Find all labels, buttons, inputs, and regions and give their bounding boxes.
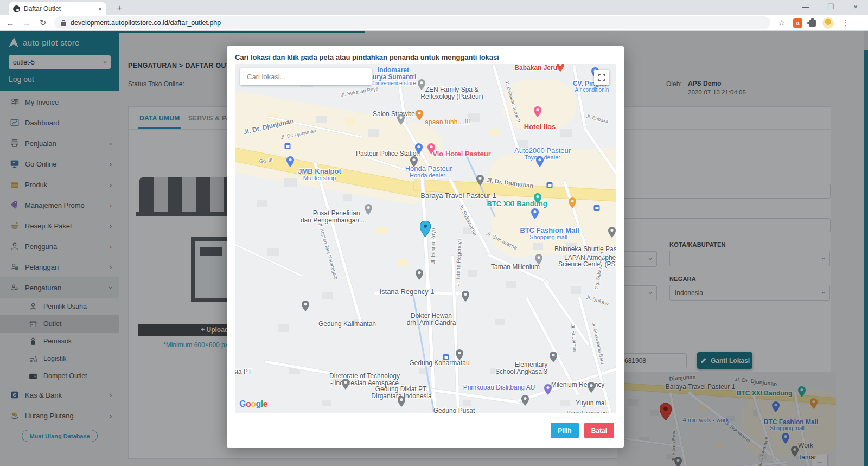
extension-orange-icon[interactable]: a (793, 18, 802, 28)
map-marker (415, 143, 423, 154)
map-building (490, 129, 500, 136)
map-marker (418, 79, 425, 90)
map-label: Dokter Hewan (411, 312, 452, 320)
map-marker (410, 156, 418, 167)
map-label: Yuyun mal (576, 399, 606, 407)
map-building (571, 286, 581, 294)
map-building (368, 129, 379, 137)
transit-station-icon (443, 354, 449, 360)
map-marker (365, 204, 372, 215)
forward-icon[interactable]: → (22, 18, 31, 28)
tab-close-icon[interactable]: × (98, 5, 102, 13)
map-building (322, 400, 331, 406)
location-picker-map[interactable]: Google Report a map error IndomaretSurya… (235, 64, 616, 413)
map-label: Muffler shop (303, 175, 336, 181)
pilih-button[interactable]: Pilih (551, 423, 578, 438)
map-label: Gedung Koharmatau (409, 359, 469, 367)
map-building (495, 319, 505, 325)
transit-station-icon (594, 205, 600, 211)
browser-tab[interactable]: Daftar Outlet × (9, 2, 106, 15)
map-marker (531, 208, 539, 219)
map-building (322, 292, 333, 299)
map-building (533, 243, 543, 250)
map-label: Honda dealer (410, 172, 445, 178)
map-marker (456, 349, 463, 360)
map-building (284, 178, 297, 187)
map-label: Vio Hotel Pasteur (432, 150, 490, 158)
map-marker (588, 382, 595, 393)
map-marker (608, 227, 616, 238)
map-label: Primkopau Dislitbang AU (463, 384, 535, 391)
map-label: Taman Millenium (491, 263, 540, 271)
map-building (506, 281, 516, 288)
window-restore-button[interactable]: ❐ (818, 0, 843, 15)
url-text: development.autopilotstore.co.id/daftar_… (71, 19, 221, 27)
map-label: ZEN Family Spa & (425, 86, 479, 93)
modal-title: Cari lokasi dan klik pada peta atau pind… (235, 53, 499, 61)
map-road (577, 296, 614, 413)
map-label: Science Center (PSTA (558, 260, 616, 268)
google-logo: Google (239, 399, 267, 409)
map-marker (535, 254, 542, 265)
map-label: Bhinneka Shuttle Past (554, 245, 616, 253)
map-building (398, 259, 407, 266)
map-label: Diretorate of Technology (329, 372, 400, 380)
map-search-input[interactable] (240, 68, 372, 85)
map-label: Jl. Istana Raya (430, 228, 436, 264)
window-minimize-button[interactable]: — (793, 0, 818, 15)
map-building (560, 129, 572, 137)
map-label: Auto2000 Pasteur (514, 146, 571, 155)
map-marker (544, 384, 552, 395)
browser-tabstrip: Daftar Outlet × + — ❐ × (0, 0, 868, 15)
back-icon[interactable]: ← (5, 18, 15, 28)
screen: Daftar Outlet × + — ❐ × ← → ↻ developmen… (0, 0, 868, 466)
map-marker (397, 114, 405, 125)
map-marker (427, 143, 435, 154)
map-marker (534, 106, 541, 117)
map-label: sia PT (235, 368, 252, 375)
profile-avatar[interactable] (822, 17, 834, 29)
map-marker (398, 396, 405, 407)
map-marker (476, 175, 484, 186)
map-label: Shopping mall (529, 234, 567, 240)
map-building (346, 118, 355, 125)
url-bar[interactable]: development.autopilotstore.co.id/daftar_… (54, 16, 770, 29)
map-marker (557, 64, 564, 72)
page-viewport: auto pilot store outlet-5 › Log out .s{f… (0, 31, 868, 466)
fullscreen-icon (598, 74, 605, 81)
browser-menu-icon[interactable]: ⋮ (840, 18, 850, 28)
map-label: Jl. Babaka (585, 113, 609, 124)
map-label: Milenium Regency (551, 381, 605, 388)
window-close-button[interactable]: × (843, 0, 868, 15)
map-label: JMB Knalpot (298, 167, 341, 175)
map-label: apaan tuhh....!!! (425, 118, 470, 126)
bookmark-star-icon[interactable]: ☆ (777, 18, 787, 28)
draggable-location-marker[interactable] (420, 221, 431, 237)
map-label: Gedung Pusat (433, 407, 475, 413)
map-label: Jl. Sukasari Raya (341, 86, 379, 98)
map-label: Babakan Jeruk (514, 64, 560, 72)
map-label: Elementary (515, 361, 548, 368)
map-label: Istana Regency 1 (379, 288, 434, 296)
map-fullscreen-button[interactable] (594, 70, 609, 85)
batal-button[interactable]: Batal (584, 423, 614, 438)
map-label: BTC Fashion Mall (520, 226, 579, 234)
extensions-puzzle-icon[interactable] (809, 20, 816, 27)
map-label: Jl. Sukaw (585, 294, 609, 307)
map-marker (286, 156, 294, 167)
map-label: Surya Sumantri (368, 73, 417, 81)
map-building (316, 116, 327, 123)
lock-icon (61, 20, 66, 27)
location-picker-modal: Cari lokasi dan klik pada peta atau pind… (227, 46, 624, 448)
transit-station-icon (285, 143, 291, 149)
map-label: School Angkasa 3 (495, 368, 547, 375)
map-building (257, 200, 267, 207)
new-tab-button[interactable]: + (113, 2, 126, 15)
map-marker (550, 352, 557, 362)
report-error-link[interactable]: Report a map error (567, 410, 612, 413)
map-label: Pusat Penelitian (313, 209, 360, 217)
map-marker (462, 291, 469, 302)
map-marker (416, 110, 423, 120)
map-label: Jl. Istana Regency I (455, 238, 462, 286)
reload-icon[interactable]: ↻ (38, 18, 48, 28)
